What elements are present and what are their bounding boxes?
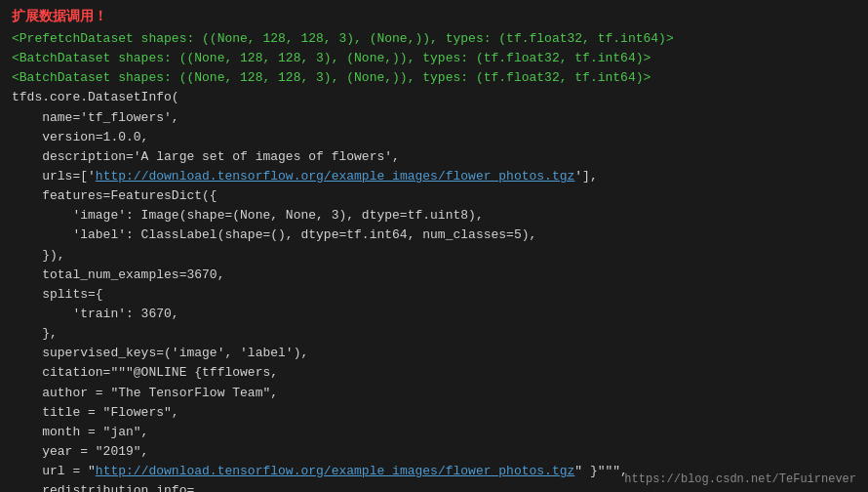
code-line: year = "2019", (12, 442, 856, 462)
code-segment: <PrefetchDataset shapes: ((None, 128, 12… (12, 31, 674, 46)
code-line: tfds.core.DatasetInfo( (12, 88, 856, 107)
code-line: 'image': Image(shape=(None, None, 3), dt… (12, 206, 856, 226)
code-segment: name='tf_flowers', (12, 110, 179, 125)
code-segment: supervised_keys=('image', 'label'), (12, 346, 308, 360)
code-segment: citation="""@ONLINE {tfflowers, (12, 365, 278, 380)
warning-header: 扩展数据调用！ (12, 8, 856, 25)
code-block: <PrefetchDataset shapes: ((None, 128, 12… (12, 29, 856, 492)
code-line: description='A large set of images of fl… (12, 147, 856, 167)
code-segment: '], (574, 169, 597, 184)
code-segment: title = "Flowers", (12, 405, 179, 420)
main-container: 扩展数据调用！ <PrefetchDataset shapes: ((None,… (0, 0, 868, 492)
code-line: <BatchDataset shapes: ((None, 128, 128, … (12, 49, 856, 68)
code-segment: <BatchDataset shapes: ((None, 128, 128, … (12, 70, 651, 85)
code-segment: 'label': ClassLabel(shape=(), dtype=tf.i… (12, 227, 536, 242)
code-line: author = "The TensorFlow Team", (12, 384, 856, 403)
code-line: supervised_keys=('image', 'label'), (12, 344, 856, 363)
code-segment: http://download.tensorflow.org/example_i… (96, 464, 574, 478)
code-line: total_num_examples=3670, (12, 266, 856, 285)
code-segment: author = "The TensorFlow Team", (12, 386, 278, 400)
code-line: 'train': 3670, (12, 305, 856, 324)
code-segment: " }""", (574, 464, 628, 478)
code-line: name='tf_flowers', (12, 108, 856, 128)
code-segment: 'image': Image(shape=(None, None, 3), dt… (12, 208, 484, 223)
code-segment: month = "jan", (12, 425, 148, 439)
code-segment: version=1.0.0, (12, 130, 148, 144)
code-segment: }, (12, 326, 58, 341)
code-segment: urls=[' (12, 169, 96, 184)
code-segment: 'train': 3670, (12, 307, 179, 321)
footer-url: https://blog.csdn.net/TeFuirnever (624, 472, 856, 486)
code-segment: url = " (12, 464, 96, 478)
code-line: title = "Flowers", (12, 403, 856, 423)
code-line: <BatchDataset shapes: ((None, 128, 128, … (12, 68, 856, 88)
code-segment: tfds.core.DatasetInfo( (12, 90, 179, 104)
code-line: urls=['http://download.tensorflow.org/ex… (12, 167, 856, 186)
code-line: month = "jan", (12, 423, 856, 442)
code-segment: }), (12, 248, 65, 263)
code-line: features=FeaturesDict({ (12, 186, 856, 206)
code-segment: year = "2019", (12, 444, 148, 459)
code-segment: http://download.tensorflow.org/example_i… (96, 169, 574, 184)
code-line: 'label': ClassLabel(shape=(), dtype=tf.i… (12, 226, 856, 245)
code-line: }, (12, 324, 856, 344)
code-segment: redistribution_info=, (12, 483, 202, 492)
code-line: version=1.0.0, (12, 128, 856, 147)
code-segment: total_num_examples=3670, (12, 267, 224, 282)
code-line: citation="""@ONLINE {tfflowers, (12, 363, 856, 383)
code-line: splits={ (12, 285, 856, 305)
code-segment: description='A large set of images of fl… (12, 149, 400, 164)
code-line: }), (12, 246, 856, 266)
code-segment: <BatchDataset shapes: ((None, 128, 128, … (12, 51, 651, 65)
code-segment: splits={ (12, 287, 103, 302)
code-segment: features=FeaturesDict({ (12, 188, 217, 203)
code-line: <PrefetchDataset shapes: ((None, 128, 12… (12, 29, 856, 49)
